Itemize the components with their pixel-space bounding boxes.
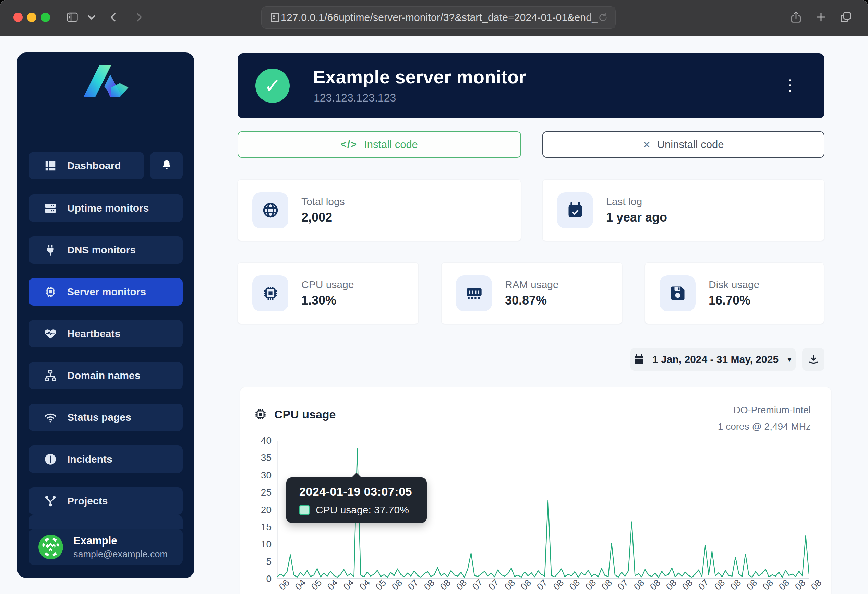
browser-window: 127.0.0.1/66uptime/server-monitor/3?&sta… xyxy=(0,0,868,594)
stat-label: RAM usage xyxy=(505,279,559,291)
traffic-light-close[interactable] xyxy=(13,13,23,22)
sidebar-item-domain-names[interactable]: Domain names xyxy=(29,362,183,389)
sidebar-item-label: Domain names xyxy=(67,370,140,381)
split-icon xyxy=(44,495,57,508)
tabs-icon xyxy=(839,10,852,25)
download-icon xyxy=(807,353,819,365)
sitemap-icon xyxy=(44,369,57,382)
user-card[interactable]: Example sample@example.com xyxy=(29,529,183,565)
stat-label: Disk usage xyxy=(709,279,759,291)
sidebar-toggle-icon xyxy=(66,10,79,25)
caret-down-icon: ▼ xyxy=(786,356,793,363)
chip-icon xyxy=(252,275,288,312)
heart-pulse-icon xyxy=(44,327,57,340)
plug-icon xyxy=(44,244,57,257)
sidebar-item-label: Projects xyxy=(67,495,108,507)
notifications-button[interactable] xyxy=(150,152,183,179)
stat-value: 1.30% xyxy=(301,293,354,307)
back-button[interactable] xyxy=(107,7,120,28)
sidebar-item-incidents[interactable]: Incidents xyxy=(29,445,183,473)
install-code-label: Install code xyxy=(364,139,418,151)
sidebar-item-server-monitors[interactable]: Server monitors xyxy=(29,278,183,306)
kebab-menu-icon[interactable]: ⋮ xyxy=(782,74,798,96)
server-plan-label: DO-Premium-Intel xyxy=(0,405,811,416)
sidebar: Dashboard Uptime monitorsDNS monitorsSer… xyxy=(17,52,194,578)
share-icon xyxy=(790,10,803,25)
date-range-label: 1 Jan, 2024 - 31 May, 2025 xyxy=(652,353,778,365)
stat-label: CPU usage xyxy=(301,279,354,291)
stat-value: 30.87% xyxy=(505,293,559,307)
sidebar-chevron-button[interactable] xyxy=(85,7,98,28)
y-axis-tick: 20 xyxy=(248,504,272,516)
stat-card-ram-usage: RAM usage30.87% xyxy=(441,262,622,324)
sidebar-item-label: Server monitors xyxy=(67,286,146,298)
uninstall-code-button[interactable]: × Uninstall code xyxy=(542,132,824,158)
sidebar-item-label: Dashboard xyxy=(67,160,121,171)
reader-page-icon xyxy=(269,12,281,23)
y-axis-tick: 15 xyxy=(248,522,272,533)
chevron-left-icon xyxy=(107,10,120,25)
calendar-check-icon xyxy=(557,192,593,228)
sidebar-item-partial xyxy=(29,515,183,529)
date-range-picker[interactable]: 1 Jan, 2024 - 31 May, 2025 ▼ xyxy=(630,348,796,371)
user-email: sample@example.com xyxy=(73,549,168,560)
y-axis-tick: 0 xyxy=(248,573,272,584)
y-axis-tick: 40 xyxy=(248,435,272,446)
series-swatch xyxy=(299,505,310,515)
tooltip-value: CPU usage: 37.70% xyxy=(316,504,409,516)
chevron-down-icon xyxy=(85,10,98,25)
code-icon: </> xyxy=(341,139,357,150)
chart-tooltip: 2024-01-19 03:07:05 CPU usage: 37.70% xyxy=(286,477,427,523)
download-button[interactable] xyxy=(802,348,824,371)
sidebar-item-dns-monitors[interactable]: DNS monitors xyxy=(29,236,183,264)
sidebar-item-label: DNS monitors xyxy=(67,244,136,256)
sidebar-item-label: Incidents xyxy=(67,454,112,465)
share-button[interactable] xyxy=(790,7,803,28)
globe-icon xyxy=(252,192,288,228)
bell-icon xyxy=(161,159,173,172)
monitor-ip: 123.123.123.123 xyxy=(314,92,396,104)
uninstall-code-label: Uninstall code xyxy=(657,139,724,151)
traffic-light-zoom[interactable] xyxy=(41,13,50,22)
chevron-right-icon xyxy=(132,10,145,25)
stat-card-total-logs: Total logs2,002 xyxy=(238,179,521,241)
address-bar[interactable]: 127.0.0.1/66uptime/server-monitor/3?&sta… xyxy=(261,6,616,29)
stat-card-disk-usage: Disk usage16.70% xyxy=(645,262,824,324)
monitor-header-card: ✓ Example server monitor 123.123.123.123… xyxy=(238,53,824,118)
install-code-button[interactable]: </> Install code xyxy=(238,132,521,158)
y-axis-tick: 35 xyxy=(248,452,272,463)
sidebar-nav: Dashboard Uptime monitorsDNS monitorsSer… xyxy=(29,152,183,571)
ram-icon xyxy=(456,275,492,312)
calendar-icon xyxy=(633,353,645,365)
sidebar-item-dashboard[interactable]: Dashboard xyxy=(29,152,144,179)
url-text: 127.0.0.1/66uptime/server-monitor/3?&sta… xyxy=(281,12,598,23)
plus-icon xyxy=(815,10,828,25)
y-axis-tick: 10 xyxy=(248,539,272,550)
stat-value: 1 year ago xyxy=(606,210,667,225)
sidebar-item-heartbeats[interactable]: Heartbeats xyxy=(29,320,183,347)
y-axis-tick: 25 xyxy=(248,487,272,498)
user-name: Example xyxy=(73,535,168,547)
monitor-title: Example server monitor xyxy=(313,66,526,87)
sidebar-item-projects[interactable]: Projects xyxy=(29,487,183,515)
sidebar-item-uptime-monitors[interactable]: Uptime monitors xyxy=(29,195,183,222)
stat-label: Total logs xyxy=(301,196,345,207)
dashboard-grid-icon xyxy=(44,159,57,172)
y-axis-tick: 5 xyxy=(248,556,272,567)
stat-label: Last log xyxy=(606,196,667,207)
traffic-light-minimize[interactable] xyxy=(27,13,36,22)
close-icon: × xyxy=(643,137,650,152)
stat-value: 16.70% xyxy=(709,293,759,307)
tab-overview-button[interactable] xyxy=(839,7,852,28)
status-up-check-icon: ✓ xyxy=(255,69,290,103)
url-fade xyxy=(585,6,616,28)
y-axis-tick: 30 xyxy=(248,470,272,481)
new-tab-button[interactable] xyxy=(815,7,828,28)
server-stack-icon xyxy=(44,202,57,215)
forward-button[interactable] xyxy=(132,7,145,28)
sidebar-item-label: Uptime monitors xyxy=(67,202,149,214)
app-logo xyxy=(17,62,194,103)
sidebar-toggle-button[interactable] xyxy=(66,7,79,28)
avatar xyxy=(38,535,63,559)
disk-icon xyxy=(660,275,695,312)
